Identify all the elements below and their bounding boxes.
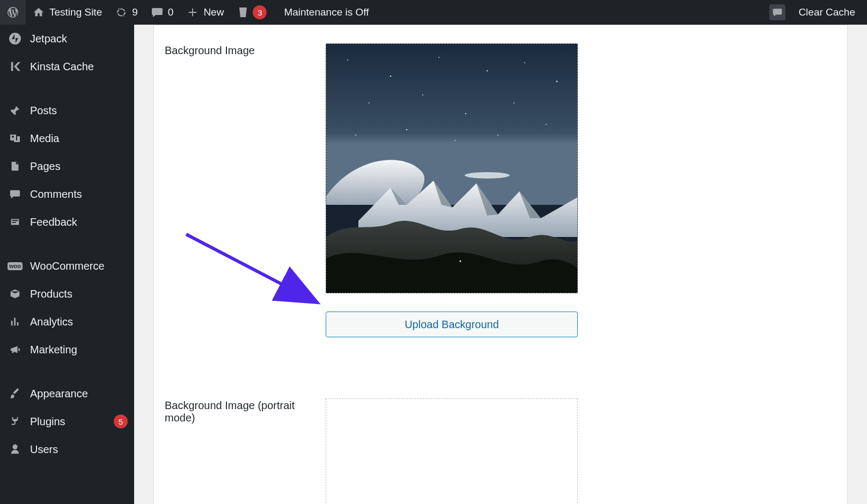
svg-point-16 xyxy=(497,135,498,136)
bg-image-portrait-label: Background Image (portrait mode) xyxy=(165,398,326,504)
sidebar-item-label: Media xyxy=(30,132,128,145)
sidebar-item-users[interactable]: Users xyxy=(0,435,134,463)
upload-btn-label: Upload Background xyxy=(405,318,499,331)
svg-point-17 xyxy=(465,172,510,179)
comments-icon xyxy=(8,187,23,202)
sidebar-item-marketing[interactable]: Marketing xyxy=(0,336,134,364)
woo-icon: woo xyxy=(8,258,23,273)
kinsta-icon xyxy=(8,59,23,74)
sidebar-item-plugins[interactable]: Plugins 5 xyxy=(0,407,134,435)
svg-point-18 xyxy=(460,261,461,262)
yoast-icon xyxy=(237,6,249,19)
sidebar-item-woocommerce[interactable]: woo WooCommerce xyxy=(0,252,134,280)
sidebar-item-analytics[interactable]: Analytics xyxy=(0,308,134,336)
svg-point-11 xyxy=(513,102,515,103)
bg-image-row: Background Image xyxy=(154,25,847,348)
feedback-icon xyxy=(8,214,23,229)
sidebar-item-label: Users xyxy=(30,443,128,456)
plug-icon xyxy=(8,414,23,429)
right-comment-box[interactable] xyxy=(763,0,788,25)
products-icon xyxy=(8,286,23,301)
sidebar-item-label: Kinsta Cache xyxy=(30,61,128,73)
yoast-link[interactable]: 3 xyxy=(230,0,273,25)
bg-image-preview[interactable] xyxy=(326,43,578,293)
svg-point-5 xyxy=(487,70,488,71)
svg-point-7 xyxy=(556,81,558,83)
maintenance-link[interactable]: Maintenance is Off xyxy=(273,0,375,25)
comment-box-icon xyxy=(769,4,785,20)
media-icon xyxy=(8,131,23,146)
svg-point-15 xyxy=(454,140,455,141)
sidebar-item-label: Appearance xyxy=(30,388,128,400)
svg-point-10 xyxy=(465,113,466,114)
sidebar-item-products[interactable]: Products xyxy=(0,280,134,308)
bg-image-label: Background Image xyxy=(165,43,326,337)
bg-image-field: Upload Background xyxy=(326,43,583,337)
bg-image-portrait-row: Background Image (portrait mode) xyxy=(154,380,847,504)
megaphone-icon xyxy=(8,342,23,357)
site-title-text: Testing Site xyxy=(49,6,102,18)
svg-point-8 xyxy=(369,102,370,103)
sidebar-item-kinsta[interactable]: Kinsta Cache xyxy=(0,53,134,80)
comment-icon xyxy=(151,6,164,19)
sidebar-item-label: Plugins xyxy=(30,416,108,428)
svg-point-9 xyxy=(422,94,423,95)
sidebar-item-media[interactable]: Media xyxy=(0,124,134,152)
sidebar-item-pages[interactable]: Pages xyxy=(0,152,134,180)
yoast-badge: 3 xyxy=(253,5,267,19)
updates-link[interactable]: 9 xyxy=(108,0,144,25)
plus-icon xyxy=(186,6,199,19)
settings-panel: Background Image xyxy=(153,25,848,504)
sidebar-item-feedback[interactable]: Feedback xyxy=(0,208,134,236)
sidebar-item-label: Comments xyxy=(30,188,128,201)
svg-point-6 xyxy=(524,62,525,63)
page-icon xyxy=(8,159,23,174)
plugins-badge: 5 xyxy=(114,414,128,428)
comments-link[interactable]: 0 xyxy=(144,0,180,25)
sidebar-item-label: Marketing xyxy=(30,344,128,356)
sidebar-item-comments[interactable]: Comments xyxy=(0,180,134,208)
svg-point-13 xyxy=(355,135,356,136)
sidebar-item-label: Products xyxy=(30,288,128,300)
svg-point-3 xyxy=(390,76,392,77)
svg-point-2 xyxy=(347,60,348,61)
maintenance-label: Maintenance is Off xyxy=(284,6,369,18)
sidebar-item-label: Feedback xyxy=(30,216,128,228)
update-icon xyxy=(115,6,128,19)
sidebar-item-label: Analytics xyxy=(30,316,128,328)
site-name[interactable]: Testing Site xyxy=(26,0,108,25)
new-content-link[interactable]: New xyxy=(180,0,230,25)
brush-icon xyxy=(8,386,23,401)
sidebar-item-label: Pages xyxy=(30,160,128,173)
svg-point-12 xyxy=(546,124,547,125)
wp-logo[interactable] xyxy=(0,0,26,25)
sidebar-item-label: Posts xyxy=(30,105,128,117)
jetpack-icon xyxy=(8,31,23,46)
home-icon xyxy=(32,6,45,19)
pin-icon xyxy=(8,103,23,118)
sidebar-item-label: WooCommerce xyxy=(30,260,128,272)
svg-point-0 xyxy=(9,33,21,45)
bg-image-portrait-field xyxy=(326,398,583,504)
svg-point-4 xyxy=(438,57,439,58)
comments-count: 0 xyxy=(168,6,174,18)
sidebar-item-appearance[interactable]: Appearance xyxy=(0,380,134,407)
content-area: Background Image xyxy=(134,25,867,504)
updates-count: 9 xyxy=(132,6,138,18)
sidebar-item-posts[interactable]: Posts xyxy=(0,97,134,124)
sidebar-item-jetpack[interactable]: Jetpack xyxy=(0,25,134,53)
wordpress-icon xyxy=(6,6,19,19)
bg-image-portrait-preview[interactable] xyxy=(326,398,578,504)
analytics-icon xyxy=(8,314,23,329)
svg-point-14 xyxy=(406,129,408,131)
clear-cache-label: Clear Cache xyxy=(798,6,855,18)
sidebar-item-label: Jetpack xyxy=(30,33,128,45)
user-icon xyxy=(8,442,23,457)
admin-sidebar: Jetpack Kinsta Cache Posts Media Pages xyxy=(0,25,134,504)
upload-background-button[interactable]: Upload Background xyxy=(326,312,578,337)
new-label: New xyxy=(203,6,224,18)
clear-cache-link[interactable]: Clear Cache xyxy=(788,0,862,25)
admin-bar: Testing Site 9 0 New 3 Maintenance is Of… xyxy=(0,0,867,25)
